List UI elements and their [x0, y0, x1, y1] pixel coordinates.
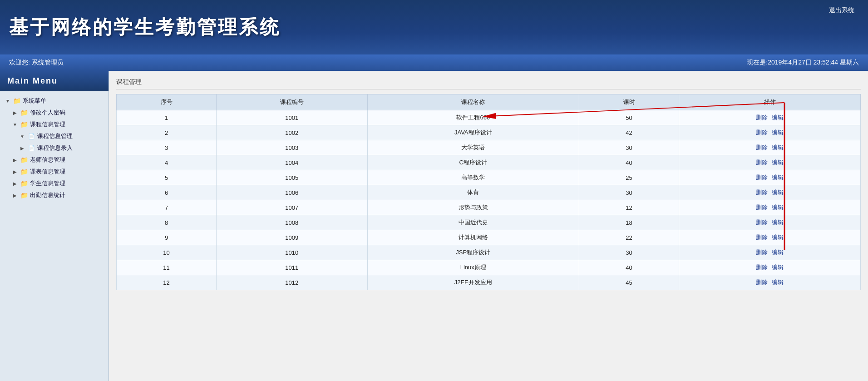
cell-hours: 50: [579, 110, 679, 125]
sidebar-item-schedule-mgmt[interactable]: ▶ 📁 课表信息管理: [0, 166, 108, 178]
sidebar-item-teacher-mgmt[interactable]: ▶ 📁 老师信息管理: [0, 154, 108, 166]
table-row: 11001软件工程66650删除 编辑: [117, 110, 861, 125]
cell-actions: 删除 编辑: [679, 140, 861, 155]
sidebar-item-sys-menu[interactable]: ▼ 📁 系统菜单: [0, 95, 108, 107]
section-title: 课程管理: [116, 78, 861, 89]
sidebar-label: 老师信息管理: [30, 156, 65, 164]
cell-actions: 删除 编辑: [679, 275, 861, 290]
cell-hours: 18: [579, 215, 679, 230]
action-删除[interactable]: 删除: [756, 204, 768, 211]
action-编辑[interactable]: 编辑: [772, 219, 784, 226]
cell-id: 4: [117, 155, 217, 170]
table-container: 序号 课程编号 课程名称 课时 操作 11001软件工程66650删除 编辑21…: [116, 94, 861, 290]
sidebar-item-attendance-stats[interactable]: ▶ 📁 出勤信息统计: [0, 189, 108, 201]
doc-icon: 📄: [27, 144, 35, 152]
cell-actions: 删除 编辑: [679, 185, 861, 200]
table-row: 31003大学英语30删除 编辑: [117, 140, 861, 155]
cell-hours: 30: [579, 185, 679, 200]
cell-hours: 45: [579, 275, 679, 290]
cell-actions: 删除 编辑: [679, 245, 861, 260]
action-编辑[interactable]: 编辑: [772, 159, 784, 166]
sidebar-label: 课程信息录入: [37, 144, 73, 152]
cell-hours: 30: [579, 140, 679, 155]
cell-num: 1010: [217, 245, 367, 260]
table-row: 81008中国近代史18删除 编辑: [117, 215, 861, 230]
sidebar-item-course-mgmt[interactable]: ▼ 📁 课程信息管理: [0, 119, 108, 130]
sidebar-label: 出勤信息统计: [30, 191, 65, 199]
sidebar-item-change-pwd[interactable]: ▶ 📁 修改个人密码: [0, 107, 108, 119]
action-删除[interactable]: 删除: [756, 234, 768, 241]
cell-name: JAVA程序设计: [367, 125, 579, 140]
cell-hours: 42: [579, 125, 679, 140]
table-row: 51005高等数学25删除 编辑: [117, 170, 861, 185]
app-title: 基于网络的学生考勤管理系统: [9, 15, 281, 40]
cell-name: 大学英语: [367, 140, 579, 155]
cell-id: 10: [117, 245, 217, 260]
cell-id: 2: [117, 125, 217, 140]
arrow-right-icon: ▶: [11, 156, 19, 163]
col-header-id: 序号: [117, 94, 217, 110]
folder-icon: 📁: [20, 192, 28, 199]
action-删除[interactable]: 删除: [756, 219, 768, 226]
doc-icon: 📄: [27, 133, 35, 140]
main-layout: Main Menu ▼ 📁 系统菜单 ▶ 📁 修改个人密码 ▼ 📁 课程信息管理…: [0, 71, 868, 381]
action-删除[interactable]: 删除: [756, 249, 768, 256]
svg-line-1: [484, 103, 784, 116]
logout-button[interactable]: 退出系统: [829, 6, 854, 15]
action-删除[interactable]: 删除: [756, 189, 768, 196]
cell-id: 1: [117, 110, 217, 125]
sidebar-item-course-info[interactable]: ▼ 📄 课程信息管理: [0, 130, 108, 142]
sidebar-item-student-mgmt[interactable]: ▶ 📁 学生信息管理: [0, 178, 108, 189]
arrow-right-icon: ▶: [11, 180, 19, 187]
action-编辑[interactable]: 编辑: [772, 114, 784, 121]
course-table: 序号 课程编号 课程名称 课时 操作 11001软件工程66650删除 编辑21…: [116, 94, 861, 290]
table-row: 91009计算机网络22删除 编辑: [117, 230, 861, 245]
cell-id: 7: [117, 200, 217, 215]
action-编辑[interactable]: 编辑: [772, 189, 784, 196]
col-header-num: 课程编号: [217, 94, 367, 110]
folder-icon: 📁: [20, 121, 28, 128]
action-编辑[interactable]: 编辑: [772, 249, 784, 256]
arrow-down-icon: ▼: [18, 133, 26, 140]
action-删除[interactable]: 删除: [756, 129, 768, 136]
cell-name: J2EE开发应用: [367, 275, 579, 290]
action-删除[interactable]: 删除: [756, 264, 768, 271]
col-header-name: 课程名称: [367, 94, 579, 110]
action-编辑[interactable]: 编辑: [772, 204, 784, 211]
cell-name: 高等数学: [367, 170, 579, 185]
action-删除[interactable]: 删除: [756, 114, 768, 121]
sidebar-item-course-entry[interactable]: ▶ 📄 课程信息录入: [0, 142, 108, 154]
cell-hours: 40: [579, 155, 679, 170]
cell-id: 11: [117, 260, 217, 275]
cell-num: 1011: [217, 260, 367, 275]
action-编辑[interactable]: 编辑: [772, 129, 784, 136]
arrow-right-icon: ▶: [11, 192, 19, 199]
sidebar-label: 学生信息管理: [30, 179, 65, 188]
cell-hours: 40: [579, 260, 679, 275]
col-header-actions: 操作: [679, 94, 861, 110]
cell-id: 12: [117, 275, 217, 290]
cell-num: 1007: [217, 200, 367, 215]
action-编辑[interactable]: 编辑: [772, 174, 784, 181]
action-编辑[interactable]: 编辑: [772, 264, 784, 271]
action-编辑[interactable]: 编辑: [772, 234, 784, 241]
datetime-text: 现在是:2019年4月27日 23:52:44 星期六: [747, 59, 859, 67]
cell-name: 中国近代史: [367, 215, 579, 230]
action-删除[interactable]: 删除: [756, 279, 768, 286]
table-header-row: 序号 课程编号 课程名称 课时 操作: [117, 94, 861, 110]
cell-name: Linux原理: [367, 260, 579, 275]
action-编辑[interactable]: 编辑: [772, 144, 784, 151]
table-row: 121012J2EE开发应用45删除 编辑: [117, 275, 861, 290]
action-删除[interactable]: 删除: [756, 144, 768, 151]
cell-name: 形势与政策: [367, 200, 579, 215]
action-编辑[interactable]: 编辑: [772, 279, 784, 286]
cell-actions: 删除 编辑: [679, 110, 861, 125]
cell-num: 1008: [217, 215, 367, 230]
cell-id: 6: [117, 185, 217, 200]
cell-name: 计算机网络: [367, 230, 579, 245]
sidebar-title: Main Menu: [0, 71, 108, 91]
table-row: 61006体育30删除 编辑: [117, 185, 861, 200]
action-删除[interactable]: 删除: [756, 174, 768, 181]
action-删除[interactable]: 删除: [756, 159, 768, 166]
cell-name: C程序设计: [367, 155, 579, 170]
